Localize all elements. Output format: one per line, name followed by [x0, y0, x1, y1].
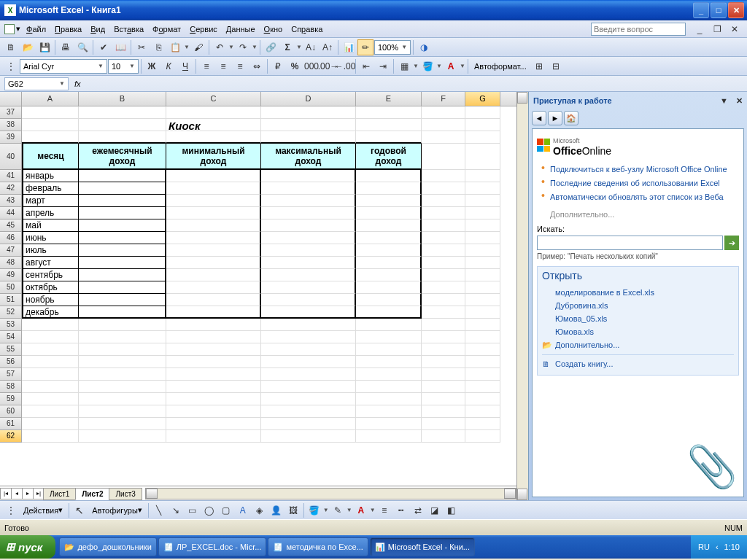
merge-button[interactable]: ⇔ [249, 58, 265, 74]
cell[interactable] [422, 343, 465, 356]
cell[interactable] [166, 430, 261, 443]
taskpane-menu[interactable]: ▼ [720, 96, 728, 106]
sum-button[interactable]: Σ [279, 39, 295, 55]
rect-tool[interactable]: ▭ [185, 502, 201, 518]
cell[interactable] [356, 418, 422, 430]
menu-файл[interactable]: Файл [22, 23, 50, 35]
picture-tool[interactable]: 🖼 [285, 502, 301, 518]
cell[interactable]: май [22, 219, 79, 232]
row-header[interactable]: 54 [0, 331, 22, 343]
cell[interactable] [166, 257, 261, 269]
cell[interactable] [356, 405, 422, 418]
fx-button[interactable]: fx [74, 79, 81, 88]
cell[interactable] [422, 294, 465, 306]
doc-menu-dropdown[interactable]: ▾ [16, 24, 20, 34]
taskbar-item[interactable]: 📊Microsoft Excel - Кни... [370, 537, 475, 556]
cell[interactable] [422, 244, 465, 257]
cell[interactable] [356, 368, 422, 381]
menu-данные[interactable]: Данные [222, 23, 260, 35]
font-color-button[interactable]: A [443, 58, 459, 74]
cell[interactable] [356, 381, 422, 393]
font-color-tool[interactable]: A [353, 502, 369, 518]
cell[interactable] [261, 119, 356, 131]
cell[interactable] [166, 106, 261, 119]
open-more[interactable]: Дополнительно... [542, 338, 734, 351]
cell[interactable] [166, 393, 261, 405]
fill-color-button[interactable]: 🪣 [419, 58, 436, 74]
dash-tool[interactable]: ┅ [393, 502, 409, 518]
name-box[interactable]: G62▼ [4, 77, 69, 90]
cell[interactable] [79, 269, 166, 281]
cell[interactable] [261, 269, 356, 281]
cell[interactable] [22, 405, 79, 418]
menu-окно[interactable]: Окно [260, 23, 287, 35]
cell[interactable] [261, 281, 356, 294]
cell[interactable] [261, 319, 356, 331]
taskbar-item[interactable]: 🧾ЛР_EXCEL.doc - Micr... [158, 537, 267, 556]
cell[interactable] [79, 294, 166, 306]
taskbar-item[interactable]: 🧾методичка по Exce... [268, 537, 368, 556]
col-header-A[interactable]: A [22, 92, 79, 106]
cell[interactable] [166, 269, 261, 281]
cell[interactable] [261, 182, 356, 195]
cell[interactable] [166, 131, 261, 144]
cell[interactable] [465, 195, 500, 207]
col-header-C[interactable]: C [166, 92, 261, 106]
cell[interactable] [166, 319, 261, 331]
cell[interactable] [22, 343, 79, 356]
cell[interactable] [261, 306, 356, 319]
menu-вставка[interactable]: Вставка [109, 23, 148, 35]
drawing-toggle-button[interactable]: ✏ [357, 39, 374, 55]
cell[interactable] [356, 269, 422, 281]
cell[interactable] [465, 393, 500, 405]
cell[interactable] [422, 170, 465, 182]
cell[interactable] [465, 131, 500, 144]
cell[interactable] [422, 119, 465, 131]
row-header[interactable]: 60 [0, 405, 22, 418]
paste-dropdown[interactable]: ▼ [184, 44, 190, 50]
cell[interactable] [79, 393, 166, 405]
cell[interactable] [422, 207, 465, 219]
cell[interactable] [465, 232, 500, 244]
cell[interactable] [166, 281, 261, 294]
zoom-select[interactable]: 100%▼ [374, 40, 411, 55]
cell[interactable] [261, 232, 356, 244]
cell[interactable]: апрель [22, 207, 79, 219]
diagram-tool[interactable]: ◈ [252, 502, 268, 518]
cell[interactable] [422, 106, 465, 119]
spreadsheet-grid[interactable]: ABCDEFG 3738Киоск3940месяцежемесячный до… [0, 92, 516, 500]
cell[interactable] [465, 343, 500, 356]
tab-nav-first[interactable]: |◂ [0, 488, 12, 499]
wordart-tool[interactable]: A [235, 502, 251, 518]
menu-сервис[interactable]: Сервис [185, 23, 222, 35]
cell[interactable] [422, 331, 465, 343]
cell[interactable] [465, 306, 500, 319]
cell[interactable] [465, 144, 500, 170]
font-select[interactable]: Arial Cyr▼ [20, 59, 107, 74]
inc-indent-button[interactable]: ⇥ [375, 58, 391, 74]
recent-file[interactable]: моделирование в Excel.xls [542, 286, 734, 299]
row-header[interactable]: 48 [0, 257, 22, 269]
office-link[interactable]: Последние сведения об использовании Exce… [540, 176, 739, 190]
cell[interactable] [22, 368, 79, 381]
col-header-F[interactable]: F [422, 92, 465, 106]
cell[interactable] [422, 430, 465, 443]
sheet-tab[interactable]: Лист1 [43, 488, 76, 500]
cell[interactable] [422, 182, 465, 195]
cell[interactable] [79, 232, 166, 244]
row-header[interactable]: 38 [0, 119, 22, 131]
line-tool[interactable]: ╲ [151, 502, 167, 518]
clippy-assistant[interactable]: 📎 [686, 443, 738, 491]
cell[interactable] [22, 319, 79, 331]
cell[interactable] [79, 368, 166, 381]
cell[interactable] [356, 232, 422, 244]
size-select[interactable]: 10▼ [108, 59, 139, 74]
search-go-button[interactable]: ➔ [724, 236, 739, 250]
cell[interactable] [356, 207, 422, 219]
col-header-D[interactable]: D [261, 92, 356, 106]
cell[interactable]: январь [22, 170, 79, 182]
cell[interactable] [465, 281, 500, 294]
autoshapes-menu[interactable]: Автофигуры ▾ [88, 503, 146, 518]
col-header-B[interactable]: B [79, 92, 166, 106]
cell[interactable]: ноябрь [22, 294, 79, 306]
